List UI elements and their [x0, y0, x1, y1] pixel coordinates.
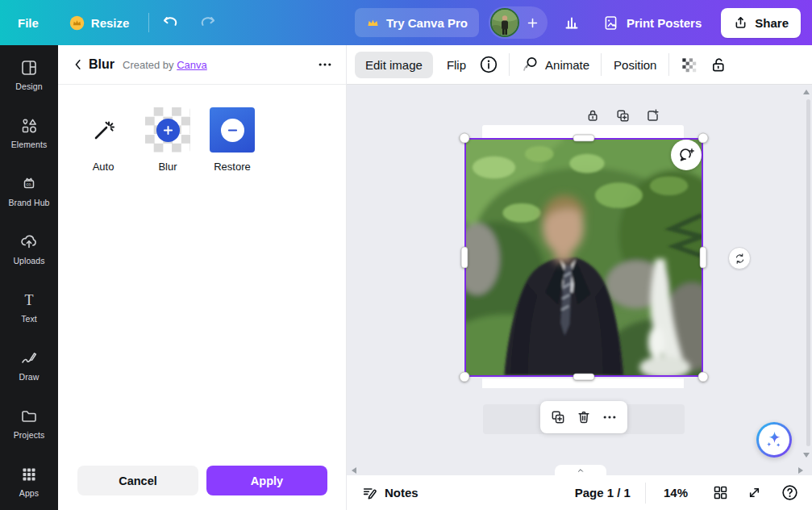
vertical-scrollbar[interactable] [806, 99, 810, 446]
projects-icon [19, 407, 39, 426]
canva-assistant-button[interactable] [756, 422, 792, 458]
canvas-area[interactable] [347, 85, 812, 475]
trash-icon [576, 409, 592, 425]
grid-view-button[interactable] [712, 484, 729, 501]
resize-handle-top-right[interactable] [698, 133, 709, 144]
poster-icon [602, 15, 619, 31]
add-comment-button[interactable] [671, 140, 702, 170]
blur-option-blur[interactable]: Blur [145, 107, 190, 173]
try-canva-pro-label: Try Canva Pro [386, 16, 468, 30]
edit-image-button[interactable]: Edit image [355, 52, 433, 78]
print-posters-label: Print Posters [627, 16, 702, 30]
sidebar-item-draw[interactable]: Draw [0, 336, 58, 394]
more-dots-icon [602, 409, 618, 425]
sparkle-icon [764, 429, 785, 450]
blur-option-auto[interactable]: Auto [81, 107, 126, 173]
plus-icon [526, 16, 539, 30]
resize-handle-top-left[interactable] [460, 133, 470, 144]
cancel-button[interactable]: Cancel [77, 466, 198, 495]
chevron-up-icon [576, 466, 585, 474]
print-posters-button[interactable]: Print Posters [593, 7, 711, 38]
apply-button[interactable]: Apply [206, 466, 327, 495]
try-canva-pro-button[interactable]: Try Canva Pro [355, 8, 479, 37]
sidebar-item-uploads[interactable]: Uploads [0, 219, 58, 278]
portrait-image [466, 140, 702, 375]
resize-button[interactable]: Resize [69, 15, 130, 31]
transparency-button[interactable] [680, 56, 698, 74]
avatar[interactable] [490, 8, 519, 37]
sidebar: Design Elements co. Brand Hub Uploads T … [0, 45, 58, 510]
position-button[interactable]: Position [614, 58, 656, 72]
fullscreen-button[interactable] [746, 484, 763, 501]
resize-handle-right[interactable] [700, 247, 707, 269]
lock-button[interactable] [710, 56, 728, 74]
duplicate-icon [615, 108, 631, 123]
file-menu[interactable]: File [18, 16, 39, 30]
share-icon [733, 15, 748, 31]
elements-icon [19, 116, 39, 136]
resize-handle-bottom-right[interactable] [698, 372, 709, 382]
statusbar-divider [645, 483, 646, 504]
scroll-right-arrow[interactable] [798, 467, 803, 474]
rotate-icon [734, 253, 746, 265]
selection-actions-top [583, 106, 662, 125]
rotate-handle[interactable] [728, 247, 751, 270]
add-member-button[interactable] [526, 16, 539, 30]
redo-button[interactable] [194, 10, 220, 36]
blur-tool-panel: Blur Created by Canva Auto [58, 45, 347, 510]
insights-button[interactable] [559, 10, 585, 36]
svg-text:co.: co. [27, 182, 32, 186]
notes-label: Notes [385, 486, 418, 500]
canva-editor: File Resize Try Canva Pro [0, 0, 812, 510]
share-button[interactable]: Share [721, 8, 801, 38]
lock-closed-icon [585, 108, 601, 123]
sidebar-item-design[interactable]: Design [0, 45, 58, 103]
panel-more-button[interactable] [317, 56, 333, 73]
duplicate-element-button[interactable] [613, 106, 632, 125]
undo-button[interactable] [157, 10, 183, 36]
zoom-level[interactable]: 14% [664, 486, 688, 500]
animate-button[interactable]: Animate [520, 55, 589, 74]
scroll-left-arrow[interactable] [352, 467, 356, 474]
info-button[interactable] [478, 54, 499, 75]
resize-handle-left[interactable] [461, 247, 468, 269]
more-options-button[interactable] [602, 409, 618, 425]
page-indicator[interactable]: Page 1 / 1 [575, 486, 631, 500]
design-icon [19, 58, 39, 77]
flip-button[interactable]: Flip [447, 58, 466, 72]
blur-option-restore[interactable]: Restore [210, 107, 255, 173]
resize-handle-top[interactable] [573, 135, 595, 142]
selected-portrait-image[interactable] [464, 138, 703, 377]
notes-button[interactable]: Notes [361, 484, 418, 502]
delete-button[interactable] [576, 409, 592, 425]
comment-plus-icon [677, 146, 695, 164]
sidebar-item-brand-hub[interactable]: co. Brand Hub [0, 161, 58, 219]
status-bar: Notes Page 1 / 1 14% [347, 475, 812, 510]
panel-header: Blur Created by Canva [58, 45, 346, 85]
sidebar-item-projects[interactable]: Projects [0, 394, 58, 452]
canva-link[interactable]: Canva [177, 59, 207, 71]
panel-title: Blur [89, 57, 115, 72]
collapse-statusbar-tab[interactable] [555, 465, 606, 475]
scroll-down-arrow[interactable] [803, 453, 810, 458]
blur-options: Auto Blur Restore [58, 85, 346, 173]
svg-text:T: T [25, 292, 34, 308]
add-page-button[interactable] [643, 106, 662, 125]
sidebar-item-text[interactable]: T Text [0, 278, 58, 336]
draw-icon [19, 349, 39, 368]
duplicate-button[interactable] [550, 409, 566, 425]
sidebar-item-apps[interactable]: Apps [0, 452, 58, 510]
more-dots-icon [317, 56, 333, 73]
panel-footer: Cancel Apply [77, 466, 327, 495]
lock-element-button[interactable] [583, 106, 602, 125]
resize-handle-bottom[interactable] [573, 374, 595, 381]
scroll-up-arrow[interactable] [803, 90, 810, 94]
duplicate-icon [550, 409, 566, 425]
crown-badge-icon [69, 15, 85, 31]
back-button[interactable] [71, 57, 85, 72]
text-icon: T [19, 291, 39, 310]
statusbar-right: Page 1 / 1 14% [575, 483, 799, 504]
resize-handle-bottom-left[interactable] [460, 372, 470, 382]
help-button[interactable] [781, 483, 799, 502]
sidebar-item-elements[interactable]: Elements [0, 103, 58, 161]
